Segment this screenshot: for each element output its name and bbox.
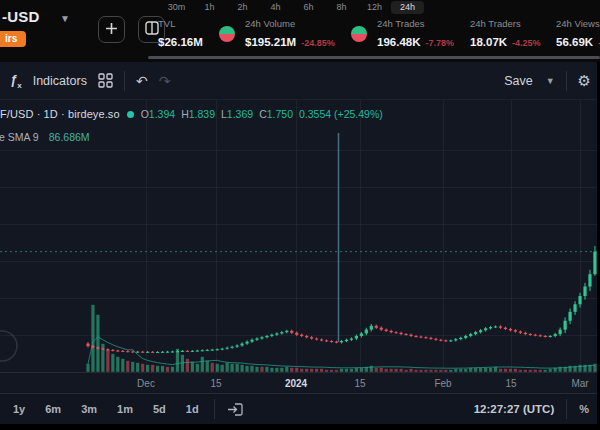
- candle-body: [91, 346, 94, 347]
- settings-gear-icon[interactable]: ⚙: [578, 72, 591, 90]
- volume-bar: [270, 368, 273, 372]
- timeframe-4h[interactable]: 4h: [259, 1, 292, 14]
- candle-body: [588, 274, 591, 286]
- open-value: 1.394: [149, 108, 175, 120]
- x-axis-label: 15: [210, 378, 222, 389]
- range-6m[interactable]: 6m: [42, 401, 64, 417]
- high-label: H: [181, 108, 189, 120]
- volume-bar: [255, 367, 258, 372]
- candle-body: [156, 352, 159, 353]
- pair-dropdown-caret-icon[interactable]: ▼: [60, 13, 70, 24]
- volume-bar: [340, 369, 343, 372]
- chart-toolbar: ƒx Indicators ↶ ↷ Save ▼ ⚙: [0, 62, 597, 100]
- candle-body: [573, 304, 576, 312]
- save-button[interactable]: Save: [504, 74, 533, 88]
- candle-body: [509, 329, 512, 330]
- candle-body: [424, 337, 427, 338]
- chart-area[interactable]: F/USD · 1D · birdeye.so O1.394 H1.839 L1…: [0, 100, 597, 393]
- range-3m[interactable]: 3m: [78, 401, 100, 417]
- stat-label: 24h Volume: [245, 18, 335, 29]
- range-1y[interactable]: 1y: [10, 401, 28, 417]
- range-buttons: 1y6m3m1m5d1d: [10, 401, 202, 417]
- fx-indicator-icon[interactable]: ƒx: [10, 72, 22, 90]
- range-1d[interactable]: 1d: [183, 401, 202, 417]
- indicator-templates-icon[interactable]: [98, 73, 113, 88]
- go-to-date-icon[interactable]: [227, 402, 244, 417]
- candle-body: [320, 339, 323, 340]
- volume-bar: [395, 369, 398, 372]
- candle-body: [474, 332, 477, 334]
- save-dropdown-caret-icon[interactable]: ▼: [546, 76, 555, 86]
- header-scrollbar[interactable]: [148, 56, 600, 59]
- candle-body: [300, 335, 303, 336]
- candle-body: [514, 330, 517, 331]
- volume-bar: [280, 368, 283, 372]
- indicators-button[interactable]: Indicators: [33, 74, 87, 88]
- volume-bar: [479, 368, 482, 372]
- volume-bar: [519, 370, 522, 372]
- range-5d[interactable]: 5d: [150, 401, 169, 417]
- bottom-bar: 1y6m3m1m5d1d 12:27:27 (UTC) %: [0, 393, 597, 424]
- volume-bar: [375, 368, 378, 372]
- candle-body: [390, 331, 393, 332]
- candle-body: [434, 339, 437, 340]
- volume-bar: [126, 361, 129, 372]
- candle-body: [335, 342, 338, 343]
- candle-body: [479, 330, 482, 332]
- candle-body: [186, 351, 189, 352]
- timeframe-12h[interactable]: 12h: [358, 1, 391, 14]
- stat-24h-volume: 24h Volume $195.21M-24.85%: [245, 18, 335, 50]
- candle-body: [380, 328, 383, 330]
- price-chart-canvas[interactable]: Dec15202415Feb15Mar: [0, 100, 597, 393]
- high-value: 1.839: [189, 108, 215, 120]
- volume-bar: [414, 370, 417, 372]
- bottom-divider: [214, 399, 215, 419]
- volume-bar: [350, 369, 353, 372]
- candle-body: [449, 340, 452, 341]
- range-1m[interactable]: 1m: [114, 401, 136, 417]
- pair-name[interactable]: -USD: [2, 8, 39, 25]
- redo-icon[interactable]: ↷: [159, 74, 171, 88]
- volume-bar: [221, 365, 224, 372]
- candle-body: [285, 331, 288, 332]
- candle-body: [370, 326, 373, 330]
- volume-bar: [404, 370, 407, 372]
- add-button[interactable]: [98, 16, 125, 43]
- candle-body: [295, 333, 298, 335]
- candle-body: [504, 328, 507, 329]
- x-axis-label: Dec: [137, 378, 155, 389]
- volume-bar: [449, 370, 452, 372]
- candle-body: [305, 336, 308, 337]
- timeframe-6h[interactable]: 6h: [292, 1, 325, 14]
- volume-bar: [305, 369, 308, 372]
- volume-bar: [539, 370, 542, 372]
- candle-body: [559, 330, 562, 334]
- volume-bar: [524, 370, 527, 372]
- stat-24h-trades: 24h Trades 196.48K-7.78%: [377, 18, 454, 50]
- undo-icon[interactable]: ↶: [136, 74, 148, 88]
- timeframe-24h[interactable]: 24h: [391, 1, 424, 14]
- clock-utc[interactable]: 12:27:27 (UTC): [474, 403, 555, 415]
- volume-bar: [409, 369, 412, 372]
- indicator-legend[interactable]: e SMA 9 86.686M: [0, 131, 90, 143]
- candle-body: [126, 351, 129, 352]
- candle-body: [414, 336, 417, 337]
- candle-body: [196, 351, 199, 352]
- timeframe-2h[interactable]: 2h: [226, 1, 259, 14]
- chart-legend[interactable]: F/USD · 1D · birdeye.so O1.394 H1.839 L1…: [0, 108, 383, 120]
- volume-bar: [91, 305, 94, 372]
- volume-bar: [196, 364, 199, 372]
- volume-bar: [106, 350, 109, 372]
- candle-body: [280, 332, 283, 333]
- x-axis-label: 15: [354, 378, 366, 389]
- percent-scale-toggle[interactable]: %: [579, 403, 589, 415]
- volume-bar: [474, 368, 477, 372]
- candle-body: [395, 332, 398, 333]
- candle-body: [583, 287, 586, 297]
- volume-bar: [578, 365, 581, 372]
- timeframe-1h[interactable]: 1h: [193, 1, 226, 14]
- timeframe-30m[interactable]: 30m: [160, 1, 193, 14]
- symbol-title[interactable]: F/USD · 1D · birdeye.so: [0, 108, 120, 120]
- volume-bar: [151, 365, 154, 372]
- timeframe-8h[interactable]: 8h: [325, 1, 358, 14]
